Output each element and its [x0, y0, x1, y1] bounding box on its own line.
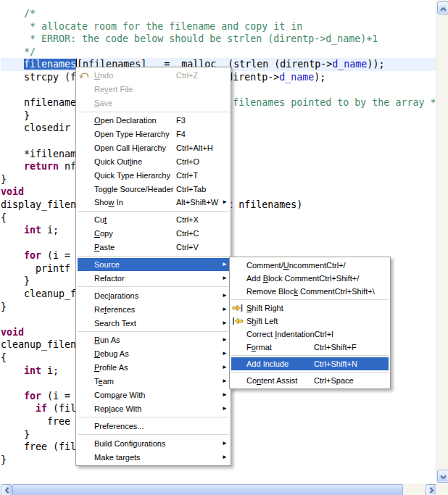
- eclipse-cdt-editor-window: /* * allocate room for the filename and …: [0, 0, 448, 495]
- chevron-left-icon: [4, 483, 9, 495]
- menu-accelerator: Ctrl+Shift+/: [319, 274, 378, 283]
- menu-item-source[interactable]: Source►: [78, 258, 229, 272]
- menu-item-label: Comment/Uncomment: [246, 261, 326, 270]
- menu-icon-spacer: [78, 347, 94, 361]
- menu-icon-spacer: [78, 96, 94, 110]
- code-segment: void: [1, 327, 24, 338]
- code-segment: return: [24, 161, 59, 172]
- menu-item-add-include[interactable]: Add IncludeCtrl+Shift+N: [231, 357, 389, 370]
- menu-icon-spacer: [78, 436, 94, 450]
- menu-item-show-in[interactable]: Show InAlt+Shift+W►: [78, 196, 229, 209]
- menu-item-open-type-hierarchy[interactable]: Open Type HierarchyF4: [78, 128, 229, 141]
- submenu-arrow-icon: ►: [218, 378, 228, 384]
- menu-accelerator: Ctrl+Shift+\: [335, 287, 378, 296]
- menu-accelerator: Ctrl+V: [176, 243, 218, 251]
- submenu-arrow-icon: ►: [218, 406, 228, 412]
- menu-item-declarations[interactable]: Declarations►: [78, 288, 229, 302]
- code-segment: [1, 403, 36, 414]
- menu-item-preferences[interactable]: Preferences...: [78, 419, 229, 433]
- menu-accelerator: Alt+Shift+W: [176, 198, 218, 207]
- menu-icon-spacer: [78, 375, 94, 388]
- menu-item-shift-left[interactable]: Shift Left: [231, 315, 389, 328]
- menu-item-quick-type-hierarchy[interactable]: Quick Type HierarchyCtrl+T: [78, 168, 229, 182]
- menu-icon-spacer: [78, 450, 94, 464]
- menu-separator: [78, 211, 229, 212]
- menu-accelerator: Ctrl+C: [176, 229, 218, 238]
- menu-item-refactor[interactable]: Refactor►: [78, 271, 229, 285]
- menu-icon-spacer: [78, 168, 94, 182]
- menu-item-content-assist[interactable]: Content AssistCtrl+Space: [231, 374, 389, 387]
- menu-item-cut[interactable]: CutCtrl+X: [78, 213, 229, 227]
- menu-item-label: Declarations: [94, 291, 176, 300]
- menu-item-open-call-hierarchy[interactable]: Open Call HierarchyCtrl+Alt+H: [78, 141, 229, 154]
- code-segment: /*: [1, 8, 36, 19]
- menu-separator: [78, 286, 229, 287]
- menu-icon-spacer: [78, 241, 94, 254]
- menu-item-quick-outline[interactable]: Quick OutlineCtrl+O: [78, 154, 229, 168]
- code-segment: }: [1, 110, 30, 121]
- code-segment: int: [24, 225, 41, 236]
- submenu-arrow-icon: ►: [218, 275, 228, 281]
- code-segment: {: [1, 352, 7, 363]
- code-segment: }: [1, 454, 7, 465]
- menu-item-label: Compare With: [94, 391, 176, 399]
- menu-icon-spacer: [232, 328, 246, 341]
- vertical-scrollbar[interactable]: [436, 0, 448, 483]
- menu-item-correct-indentation[interactable]: Correct IndentationCtrl+I: [231, 328, 389, 341]
- menu-item-label: Undo: [94, 71, 176, 80]
- code-segment: if: [36, 403, 47, 414]
- horizontal-scroll-thumb[interactable]: [12, 484, 403, 495]
- menu-item-build-configurations[interactable]: Build Configurations►: [78, 436, 229, 450]
- menu-accelerator: Ctrl+O: [176, 157, 218, 166]
- scroll-down-button[interactable]: [437, 470, 448, 483]
- submenu-arrow-icon: ►: [218, 454, 228, 460]
- code-line: /*: [1, 7, 436, 20]
- horizontal-scrollbar[interactable]: [0, 483, 436, 495]
- code-segment: for: [24, 250, 41, 261]
- menu-separator: [78, 112, 229, 112]
- menu-item-label: Add Include: [246, 359, 314, 368]
- menu-separator: [78, 434, 229, 435]
- code-segment: i;: [41, 225, 59, 236]
- menu-item-remove-block-comment[interactable]: Remove Block CommentCtrl+Shift+\: [231, 285, 389, 298]
- menu-icon-spacer: [78, 213, 94, 227]
- menu-item-format[interactable]: FormatCtrl+Shift+F: [231, 341, 389, 354]
- menu-item-open-declaration[interactable]: Open DeclarationF3: [78, 114, 229, 128]
- menu-item-undo[interactable]: UndoCtrl+Z: [78, 69, 229, 83]
- menu-item-references[interactable]: References►: [78, 302, 229, 316]
- menu-item-team[interactable]: Team►: [78, 375, 229, 388]
- scroll-up-button[interactable]: [437, 1, 448, 14]
- menu-item-profile-as[interactable]: Profile As►: [78, 361, 229, 375]
- code-segment: int: [24, 365, 41, 376]
- menu-item-label: Remove Block Comment: [246, 287, 335, 296]
- menu-item-replace-with[interactable]: Replace With►: [78, 402, 229, 415]
- menu-item-compare-with[interactable]: Compare With►: [78, 388, 229, 402]
- code-segment: {: [1, 212, 7, 223]
- menu-item-make-targets[interactable]: Make targets►: [78, 450, 229, 464]
- menu-item-shift-right[interactable]: Shift Right: [231, 301, 389, 315]
- menu-item-toggle-source-header[interactable]: Toggle Source/HeaderCtrl+Tab: [78, 182, 229, 196]
- menu-item-label: Shift Right: [246, 304, 314, 312]
- submenu-arrow-icon: ►: [218, 262, 228, 267]
- menu-item-comment-uncomment[interactable]: Comment/UncommentCtrl+/: [231, 259, 389, 272]
- code-segment: */: [1, 46, 36, 57]
- menu-accelerator: Ctrl+X: [176, 215, 218, 224]
- menu-item-run-as[interactable]: Run As►: [78, 333, 229, 347]
- menu-item-revert-file[interactable]: Revert File: [78, 83, 229, 96]
- scroll-left-button[interactable]: [1, 484, 12, 495]
- menu-item-paste[interactable]: PasteCtrl+V: [78, 241, 229, 254]
- menu-item-label: Revert File: [94, 85, 176, 93]
- menu-accelerator: Ctrl+Tab: [176, 185, 218, 194]
- menu-item-save[interactable]: Save: [78, 96, 229, 110]
- menu-item-add-block-comment[interactable]: Add Block CommentCtrl+Shift+/: [231, 272, 389, 285]
- menu-item-copy[interactable]: CopyCtrl+C: [78, 227, 229, 241]
- menu-item-debug-as[interactable]: Debug As►: [78, 347, 229, 361]
- menu-item-search-text[interactable]: Search Text►: [78, 316, 229, 330]
- code-segment: }: [1, 275, 30, 286]
- menu-item-label: Debug As: [94, 349, 176, 358]
- code-segment: d_name: [279, 72, 314, 83]
- menu-item-label: Quick Outline: [94, 157, 176, 166]
- undo-icon: [78, 69, 94, 83]
- menu-icon-spacer: [78, 114, 94, 128]
- menu-icon-spacer: [232, 285, 246, 298]
